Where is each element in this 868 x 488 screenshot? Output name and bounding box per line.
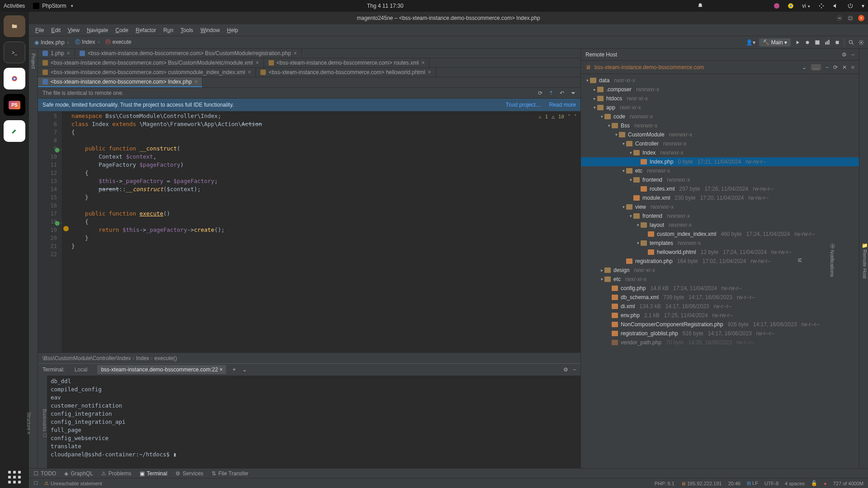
bottom-tab-terminal[interactable]: ▣ Terminal bbox=[140, 470, 167, 477]
app-menu[interactable]: PhpStorm bbox=[33, 3, 73, 9]
upload-icon[interactable]: ⇡ bbox=[549, 90, 553, 96]
tree-arrow-icon[interactable]: ▾ bbox=[635, 241, 641, 245]
tree-node[interactable]: ▾viewrwxrwxr-x bbox=[581, 202, 859, 211]
tree-node[interactable]: ▾frontendrwxrwxr-x bbox=[581, 175, 859, 184]
terminal-tab-local[interactable]: Local bbox=[71, 365, 91, 374]
status-caret[interactable]: 20:46 bbox=[728, 481, 741, 486]
tab-close-icon[interactable]: × bbox=[421, 60, 425, 66]
tab-close-icon[interactable]: × bbox=[194, 79, 198, 85]
chrome-icon[interactable] bbox=[788, 3, 794, 9]
tree-node[interactable]: ▾etcrwxr-xr-x bbox=[581, 275, 859, 284]
menu-edit[interactable]: Edit bbox=[48, 26, 63, 34]
rail-remote-host[interactable]: 📁 Remote Host bbox=[862, 242, 868, 278]
tree-node[interactable]: env.php2.1 kB17:25, 11/04/2024rw-rw-r-- bbox=[581, 311, 859, 320]
rail-notifications[interactable]: 🛈 Notifications bbox=[830, 244, 835, 277]
terminal-hide-icon[interactable]: − bbox=[573, 366, 576, 373]
user-dropdown[interactable]: 👤▾ bbox=[746, 39, 755, 46]
crumb-file[interactable]: ◉Index.php bbox=[32, 38, 72, 47]
tree-node[interactable]: ▾templatesrwxrwxr-x bbox=[581, 239, 859, 248]
status-toggle-icon[interactable]: ☐ bbox=[33, 480, 38, 486]
system-clock[interactable]: Thg 4 11 17:30 bbox=[73, 3, 698, 9]
bottom-tab-graphql[interactable]: ◈ GraphQL bbox=[64, 470, 93, 477]
tree-node[interactable]: Index.php0 byte17:21, 11/04/2024rw-rw-r-… bbox=[581, 157, 859, 166]
rail-m[interactable]: M bbox=[797, 258, 802, 262]
chevron-down-icon[interactable]: ▾ bbox=[862, 3, 864, 9]
tree-node[interactable]: NonComposerComponentRegistration.php926 … bbox=[581, 320, 859, 329]
tree-arrow-icon[interactable]: ▾ bbox=[592, 105, 597, 110]
tree-node[interactable]: ▾datarwxr-xr-x bbox=[581, 76, 859, 85]
tree-node[interactable]: vendor_path.php70 byte14:35, 16/06/2023r… bbox=[581, 338, 859, 347]
tree-arrow-icon[interactable]: ▾ bbox=[621, 205, 626, 209]
dock-phpstorm[interactable]: PS bbox=[4, 94, 25, 116]
bottom-tab-services[interactable]: ⚙ Services bbox=[175, 470, 203, 477]
run-icon[interactable] bbox=[794, 39, 801, 46]
tree-node[interactable]: registration_globlist.php516 byte14:17, … bbox=[581, 329, 859, 338]
tree-node[interactable]: ▾CustomModulerwxrwxr-x bbox=[581, 130, 859, 139]
menu-run[interactable]: Run bbox=[160, 26, 176, 34]
status-error-icon[interactable]: ● bbox=[824, 481, 827, 486]
trust-project-link[interactable]: Trust project… bbox=[505, 102, 541, 108]
status-memory[interactable]: 727 of 4000M bbox=[833, 481, 863, 486]
tree-node[interactable]: custom_index_index.xml460 byte17:24, 11/… bbox=[581, 230, 859, 239]
tree-arrow-icon[interactable]: ▾ bbox=[628, 214, 633, 218]
input-lang[interactable]: vi bbox=[802, 3, 810, 9]
tree-node[interactable]: ▾frontendrwxrwxr-x bbox=[581, 211, 859, 221]
crumb-class[interactable]: Index bbox=[136, 355, 153, 361]
status-readonly-icon[interactable]: 🔓 bbox=[811, 480, 817, 486]
host-refresh-icon[interactable]: ⟳ bbox=[833, 64, 838, 70]
profile-icon[interactable] bbox=[824, 39, 830, 46]
bookmarks-rail[interactable]: Bookmarks ☐ bbox=[42, 409, 47, 438]
host-config-icon[interactable]: ⌗ bbox=[851, 64, 854, 70]
remote-hide-icon[interactable]: − bbox=[851, 52, 854, 58]
tree-node[interactable]: ▸.composerrwxrwxr-x bbox=[581, 85, 859, 94]
tree-node[interactable]: ▾apprwxr-xr-x bbox=[581, 103, 859, 112]
tab-close-icon[interactable]: × bbox=[67, 50, 70, 56]
tab-close-icon[interactable]: × bbox=[256, 60, 259, 66]
bottom-tab-problems[interactable]: ⚠ Problems bbox=[101, 470, 132, 477]
tree-node[interactable]: ▾Indexrwxrwxr-x bbox=[581, 148, 859, 157]
terminal-tab-dropdown[interactable]: ⌄ bbox=[242, 366, 247, 373]
stop-icon[interactable] bbox=[834, 39, 840, 46]
sync-icon[interactable]: ⟳ bbox=[538, 90, 542, 96]
minimize-button[interactable]: − bbox=[836, 15, 843, 21]
menu-help[interactable]: Help bbox=[224, 26, 241, 34]
menu-navigate[interactable]: Navigate bbox=[84, 26, 111, 34]
status-encoding[interactable]: UTF-8 bbox=[764, 481, 778, 486]
status-ip[interactable]: 🖥 185.92.222.191 bbox=[681, 481, 722, 486]
tree-arrow-icon[interactable]: ▸ bbox=[599, 268, 604, 272]
tree-node[interactable]: helloworld.phtml12 byte17:24, 11/04/2024… bbox=[581, 248, 859, 257]
tree-arrow-icon[interactable]: ▾ bbox=[621, 169, 626, 173]
editor-tab[interactable]: <bss-xteam-instance.demo-bsscommerce.com… bbox=[38, 58, 264, 67]
tree-arrow-icon[interactable]: ▾ bbox=[585, 78, 590, 83]
editor-tab[interactable]: <bss-xteam-instance.demo-bsscommerce.com… bbox=[256, 68, 436, 77]
editor-tab[interactable]: <bss-xteam-instance.demo-bsscommerce.com… bbox=[264, 58, 430, 67]
tree-node[interactable]: ▾etcrwxrwxr-x bbox=[581, 166, 859, 175]
maximize-button[interactable]: □ bbox=[847, 15, 854, 21]
tree-node[interactable]: module.xml230 byte17:20, 11/04/2024rw-rw… bbox=[581, 193, 859, 202]
host-close-icon[interactable]: ✕ bbox=[842, 64, 847, 70]
left-tool-rail[interactable]: Project bbox=[29, 49, 38, 468]
crumb-method[interactable]: ⓜ execute bbox=[103, 38, 137, 47]
remote-host-name[interactable]: bss-xteam-instance.demo-bsscommerce.com bbox=[594, 64, 704, 70]
tree-node[interactable]: db_schema.xml739 byte14:17, 16/06/2023rw… bbox=[581, 293, 859, 302]
tree-node[interactable]: routes.xml297 byte17:26, 11/04/2024rw-rw… bbox=[581, 184, 859, 193]
editor-tab[interactable]: 1.php× bbox=[38, 49, 75, 58]
terminal-add-tab[interactable]: + bbox=[232, 366, 236, 373]
dock-files[interactable] bbox=[4, 15, 25, 37]
debug-icon[interactable] bbox=[804, 39, 811, 46]
coverage-icon[interactable] bbox=[814, 39, 821, 46]
tree-arrow-icon[interactable]: ▾ bbox=[628, 150, 633, 155]
tree-arrow-icon[interactable]: ▸ bbox=[592, 96, 597, 101]
tree-node[interactable]: config.php14.8 kB17:24, 11/04/2024rw-rw-… bbox=[581, 284, 859, 293]
volume-icon[interactable] bbox=[833, 3, 839, 9]
host-collapse-icon[interactable]: − bbox=[826, 64, 829, 70]
activities-button[interactable]: Activities bbox=[4, 3, 25, 9]
filter-icon[interactable]: ⏷ bbox=[571, 90, 576, 96]
tree-node[interactable]: ▸htdocsrwxr-xr-x bbox=[581, 94, 859, 103]
tree-node[interactable]: ▾Controllerrwxrwxr-x bbox=[581, 139, 859, 148]
tab-close-icon[interactable]: × bbox=[428, 69, 431, 75]
tab-close-icon[interactable]: × bbox=[248, 69, 251, 75]
tree-node[interactable]: registration.php164 byte17:02, 11/04/202… bbox=[581, 257, 859, 266]
menu-tools[interactable]: Tools bbox=[178, 26, 196, 34]
tree-arrow-icon[interactable]: ▸ bbox=[592, 87, 597, 92]
